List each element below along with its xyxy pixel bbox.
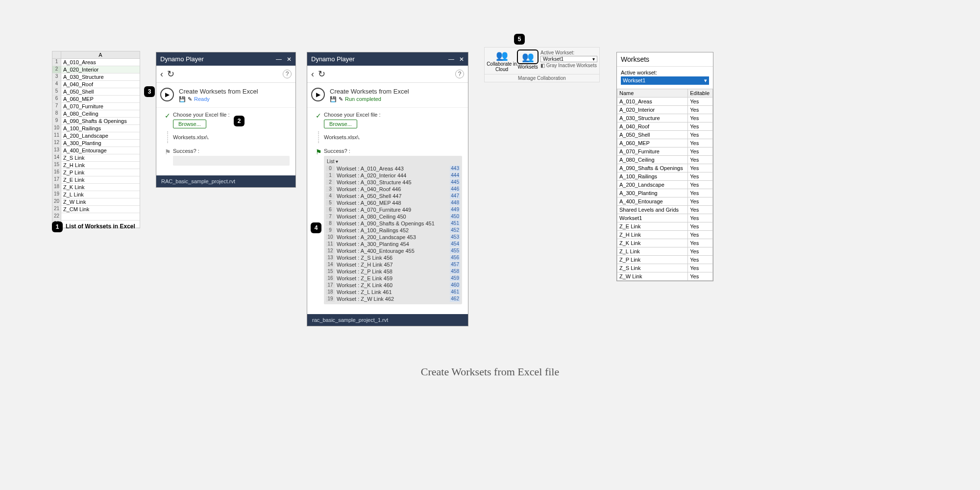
help-icon[interactable]: ?: [455, 70, 464, 78]
list-item[interactable]: 9Workset : A_100_Railings 452452: [326, 227, 460, 234]
list-item[interactable]: 0Workset : A_010_Areas 443443: [326, 165, 460, 172]
cell[interactable]: Z_E Link: [61, 176, 140, 183]
table-row[interactable]: A_050_ShellYes: [617, 131, 713, 139]
list-item[interactable]: 7Workset : A_080_Ceiling 450450: [326, 213, 460, 220]
row-number[interactable]: 1: [52, 59, 61, 66]
table-row[interactable]: A_100_RailingsYes: [617, 172, 713, 181]
browse-button[interactable]: Browse...: [173, 120, 206, 128]
cell[interactable]: [61, 213, 140, 220]
row-number[interactable]: 5: [52, 88, 61, 95]
active-workset-select[interactable]: Workset1▾: [621, 76, 709, 85]
table-row[interactable]: A_300_PlantingYes: [617, 189, 713, 197]
excel-row[interactable]: 17Z_E Link: [52, 176, 140, 184]
cell[interactable]: A_090_Shafts & Openings: [61, 118, 140, 124]
collaborate-label[interactable]: Collaborate in Cloud: [487, 61, 517, 72]
edit-icon[interactable]: ✎: [188, 96, 192, 102]
close-icon[interactable]: ✕: [459, 56, 464, 63]
excel-row[interactable]: 4A_040_Roof: [52, 81, 140, 88]
edit-icon[interactable]: ✎: [339, 96, 343, 102]
row-number[interactable]: 8: [52, 110, 61, 117]
row-number[interactable]: 19: [52, 191, 61, 198]
table-row[interactable]: Z_P LinkYes: [617, 256, 713, 264]
column-header[interactable]: A: [61, 51, 140, 58]
row-number[interactable]: 2: [52, 66, 61, 73]
excel-row[interactable]: 13A_400_Entourage: [52, 147, 140, 154]
row-number[interactable]: 16: [52, 169, 61, 176]
cell[interactable]: Z_H Link: [61, 162, 140, 169]
list-item[interactable]: 6Workset : A_070_Furniture 449449: [326, 206, 460, 213]
excel-row[interactable]: 18Z_K Link: [52, 184, 140, 191]
help-icon[interactable]: ?: [283, 70, 292, 78]
browse-button[interactable]: Browse...: [324, 120, 357, 128]
row-number[interactable]: 22: [52, 213, 61, 220]
excel-row[interactable]: 9A_090_Shafts & Openings: [52, 118, 140, 125]
row-number[interactable]: 20: [52, 198, 61, 205]
row-number[interactable]: 18: [52, 184, 61, 191]
back-icon[interactable]: ‹: [311, 69, 314, 79]
refresh-icon[interactable]: ↻: [167, 69, 174, 79]
list-item[interactable]: 4Workset : A_050_Shell 447447: [326, 193, 460, 199]
row-number[interactable]: 13: [52, 147, 61, 154]
excel-row[interactable]: 3A_030_Structure: [52, 74, 140, 81]
list-item[interactable]: 14Workset : Z_H Link 457457: [326, 261, 460, 268]
cell[interactable]: A_060_MEP: [61, 96, 140, 102]
excel-row[interactable]: 11A_200_Landscape: [52, 132, 140, 140]
cell[interactable]: A_300_Planting: [61, 140, 140, 147]
cell[interactable]: A_080_Ceiling: [61, 110, 140, 117]
excel-row[interactable]: 8A_080_Ceiling: [52, 110, 140, 118]
col-editable[interactable]: Editable: [688, 89, 713, 98]
list-item[interactable]: 18Workset : Z_L Link 461461: [326, 289, 460, 295]
excel-row[interactable]: 15Z_H Link: [52, 162, 140, 169]
row-number[interactable]: 14: [52, 154, 61, 161]
table-row[interactable]: A_080_CeilingYes: [617, 156, 713, 164]
active-workset-dropdown[interactable]: Workset1▾: [540, 56, 597, 62]
excel-row[interactable]: 21Z_CM Link: [52, 206, 140, 213]
row-number[interactable]: 21: [52, 206, 61, 213]
close-icon[interactable]: ✕: [287, 56, 292, 63]
row-number[interactable]: 9: [52, 118, 61, 124]
excel-row[interactable]: 6A_060_MEP: [52, 96, 140, 103]
list-item[interactable]: 16Workset : Z_E Link 459459: [326, 275, 460, 282]
table-row[interactable]: A_040_RoofYes: [617, 122, 713, 131]
excel-row[interactable]: 16Z_P Link: [52, 169, 140, 176]
table-row[interactable]: A_090_Shafts & OpeningsYes: [617, 164, 713, 172]
row-number[interactable]: 3: [52, 74, 61, 80]
list-item[interactable]: 17Workset : Z_K Link 460460: [326, 282, 460, 289]
list-item[interactable]: 3Workset : A_040_Roof 446446: [326, 186, 460, 193]
row-number[interactable]: 7: [52, 103, 61, 110]
table-row[interactable]: A_010_AreasYes: [617, 98, 713, 106]
excel-row[interactable]: 5A_050_Shell: [52, 88, 140, 96]
list-item[interactable]: 13Workset : Z_S Link 456456: [326, 254, 460, 261]
table-row[interactable]: A_060_MEPYes: [617, 139, 713, 147]
cell[interactable]: A_100_Railings: [61, 125, 140, 132]
cell[interactable]: Z_L Link: [61, 191, 140, 198]
list-item[interactable]: 2Workset : A_030_Structure 445445: [326, 179, 460, 186]
table-row[interactable]: Z_W LinkYes: [617, 272, 713, 281]
row-number[interactable]: 17: [52, 176, 61, 183]
cell[interactable]: Z_S Link: [61, 154, 140, 161]
table-row[interactable]: A_400_EntourageYes: [617, 197, 713, 206]
table-row[interactable]: A_020_InteriorYes: [617, 106, 713, 114]
play-button[interactable]: ▶: [311, 88, 325, 101]
table-row[interactable]: Z_S LinkYes: [617, 264, 713, 272]
list-item[interactable]: 5Workset : A_060_MEP 448448: [326, 199, 460, 206]
back-icon[interactable]: ‹: [160, 69, 163, 79]
list-item[interactable]: 10Workset : A_200_Landscape 453453: [326, 234, 460, 241]
refresh-icon[interactable]: ↻: [318, 69, 325, 79]
minimize-icon[interactable]: —: [448, 56, 454, 63]
cell[interactable]: A_400_Entourage: [61, 147, 140, 154]
list-item[interactable]: 11Workset : A_300_Planting 454454: [326, 241, 460, 247]
worksets-button[interactable]: 👥: [517, 49, 539, 64]
table-row[interactable]: Z_E LinkYes: [617, 222, 713, 231]
cell[interactable]: Z_P Link: [61, 169, 140, 176]
excel-row[interactable]: 14Z_S Link: [52, 154, 140, 162]
excel-row[interactable]: 1A_010_Areas: [52, 59, 140, 66]
play-button[interactable]: ▶: [160, 88, 174, 101]
table-row[interactable]: Z_K LinkYes: [617, 239, 713, 247]
row-number[interactable]: 4: [52, 81, 61, 88]
cell[interactable]: A_070_Furniture: [61, 103, 140, 110]
table-row[interactable]: Workset1Yes: [617, 214, 713, 222]
table-row[interactable]: A_200_LandscapeYes: [617, 181, 713, 189]
cell[interactable]: A_020_Interior: [61, 66, 140, 73]
row-number[interactable]: 6: [52, 96, 61, 102]
